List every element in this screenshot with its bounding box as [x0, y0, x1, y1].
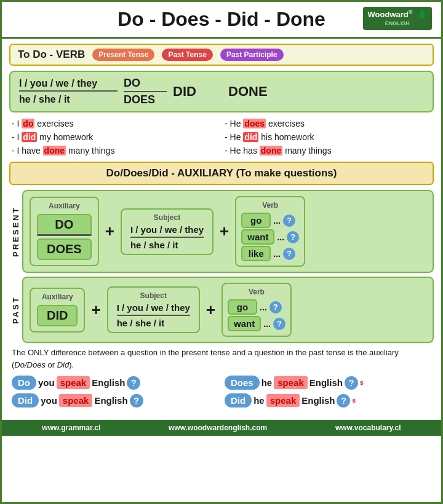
- past-subject-box: Subject I / you / we / they he / she / i…: [107, 286, 200, 333]
- aux-banner: Do/Does/Did - AUXILIARY (To make questio…: [9, 162, 434, 185]
- q-badge-1: ?: [283, 215, 295, 227]
- super-s-1: s: [360, 379, 364, 386]
- conj-do: DO: [124, 77, 167, 92]
- highlight-done-2: done: [260, 146, 282, 156]
- page-title: Do - Does - Did - Done: [118, 8, 325, 31]
- past-verb-dots-1: ...: [260, 302, 267, 312]
- q-aux-did-2: Did: [225, 393, 252, 408]
- past-verb-row-go: go ... ?: [228, 299, 285, 315]
- q-badge-2: ?: [287, 231, 299, 243]
- q-mark-3: ?: [130, 394, 143, 408]
- highlight-did-1: did: [22, 132, 37, 142]
- q-subject-you: you: [38, 377, 55, 388]
- present-subject-box: Subject I / you / we / they he / she / i…: [121, 208, 214, 255]
- conj-does: DOES: [124, 93, 167, 106]
- footer-link-2: www.woodwardenglish.com: [169, 423, 267, 432]
- logo-name: Woodward: [368, 10, 409, 19]
- q-example-do: Do you speak English ?: [12, 376, 218, 390]
- highlight-done-1: done: [43, 146, 66, 156]
- past-subject1: I / you / we / they: [117, 302, 190, 316]
- verb-row-like: like ... ?: [241, 246, 299, 261]
- plus-2: +: [220, 222, 229, 241]
- examples-grid: - I do exercises - He does exercises - I…: [9, 117, 434, 157]
- past-tense-badge: Past Tense: [162, 49, 212, 61]
- q-aux-do: Do: [12, 376, 36, 390]
- present-verb-box: Verb go ... ? want ... ? like ... ?: [235, 196, 305, 267]
- present-aux-title: Auxiliary: [49, 202, 80, 210]
- verb-row-go: go ... ?: [241, 213, 299, 228]
- verb-want: want: [241, 229, 274, 245]
- present-subject-title: Subject: [154, 213, 180, 222]
- q-aux-does: Does: [225, 376, 260, 390]
- present-aux-do: DO: [37, 214, 92, 236]
- verb-label: To Do - VERB: [18, 49, 85, 61]
- q-obj-4: English: [301, 395, 335, 406]
- conj-subjects: I / you / we / they he / she / it: [19, 78, 118, 105]
- verb-go: go: [241, 213, 271, 228]
- conj-subject2: he / she / it: [19, 93, 118, 105]
- past-section: PAST Auxiliary DID + Subject I / you / w…: [9, 277, 434, 343]
- conjugation-box: I / you / we / they he / she / it DO DOE…: [9, 71, 434, 112]
- logo-reg: ®: [409, 9, 413, 15]
- past-label: PAST: [9, 277, 22, 343]
- super-s-2: s: [352, 397, 356, 404]
- past-participle-badge: Past Participle: [220, 49, 284, 61]
- q-obj-3: English: [94, 395, 127, 406]
- q-mark-4: ?: [337, 394, 350, 408]
- present-subject2: he / she / it: [130, 240, 178, 250]
- example-4: - He did his homework: [225, 131, 431, 143]
- logo-sub: ENGLISH: [368, 20, 427, 28]
- q-mark-1: ?: [127, 376, 140, 390]
- past-aux-did: DID: [37, 305, 78, 326]
- past-plus-1: +: [91, 301, 100, 320]
- present-section: PRESENT Auxiliary DO DOES + Subject I / …: [9, 190, 434, 273]
- example-5: - I have done many things: [12, 144, 218, 157]
- content-area: To Do - VERB Present Tense Past Tense Pa…: [2, 39, 441, 417]
- past-aux-box: Auxiliary DID: [30, 288, 85, 333]
- q-subject-he: he: [261, 377, 273, 388]
- past-q-badge-1: ?: [269, 301, 282, 313]
- woodward-logo: Woodward® 🌲 ENGLISH: [363, 7, 432, 30]
- past-subject2: he / she / it: [117, 318, 165, 328]
- present-formula: Auxiliary DO DOES + Subject I / you / we…: [22, 190, 434, 273]
- verb-row-want: want ... ?: [241, 229, 299, 245]
- q-speak-2: speak: [274, 376, 308, 389]
- q-example-does: Does he speak English ? s: [225, 376, 431, 390]
- q-speak-1: speak: [57, 376, 90, 389]
- past-aux-title: Auxiliary: [42, 293, 73, 301]
- verb-like: like: [241, 246, 271, 261]
- example-2: - He does exercises: [225, 117, 431, 130]
- highlight-do-1: do: [22, 119, 34, 128]
- past-verb-row-want: want ... ?: [228, 316, 285, 331]
- q-badge-3: ?: [283, 248, 295, 260]
- past-subject-title: Subject: [140, 291, 167, 300]
- past-verb-go: go: [228, 299, 257, 315]
- example-1: - I do exercises: [12, 117, 218, 130]
- present-aux-box: Auxiliary DO DOES: [30, 197, 99, 266]
- conj-done: DONE: [228, 84, 277, 100]
- example-3: - I did my homework: [12, 131, 218, 143]
- q-subject-you-2: you: [41, 395, 57, 406]
- q-obj-1: English: [92, 377, 125, 388]
- question-examples: Do you speak English ? Does he speak Eng…: [12, 376, 431, 408]
- conj-forms: DO DOES: [124, 77, 167, 106]
- header: Do - Does - Did - Done Woodward® 🌲 ENGLI…: [2, 2, 441, 39]
- present-verb-title: Verb: [241, 201, 299, 210]
- q-obj-2: English: [309, 377, 343, 388]
- past-plus-2: +: [206, 301, 215, 320]
- present-tense-badge: Present Tense: [92, 49, 154, 61]
- q-example-did-you: Did you speak English ?: [12, 393, 218, 408]
- footer-link-3: www.vocabulary.cl: [335, 423, 401, 432]
- q-mark-2: ?: [345, 376, 358, 390]
- past-q-badge-2: ?: [273, 318, 285, 330]
- verb-dots-2: ...: [277, 232, 284, 242]
- present-subject1: I / you / we / they: [130, 224, 204, 238]
- past-formula: Auxiliary DID + Subject I / you / we / t…: [22, 277, 434, 343]
- q-speak-4: speak: [266, 394, 300, 407]
- present-label: PRESENT: [9, 190, 22, 273]
- past-verb-box: Verb go ... ? want ... ?: [222, 283, 292, 337]
- verb-dots-3: ...: [273, 249, 281, 259]
- present-aux-does: DOES: [37, 238, 92, 260]
- conj-did: DID: [173, 84, 222, 100]
- past-verb-want: want: [228, 316, 261, 331]
